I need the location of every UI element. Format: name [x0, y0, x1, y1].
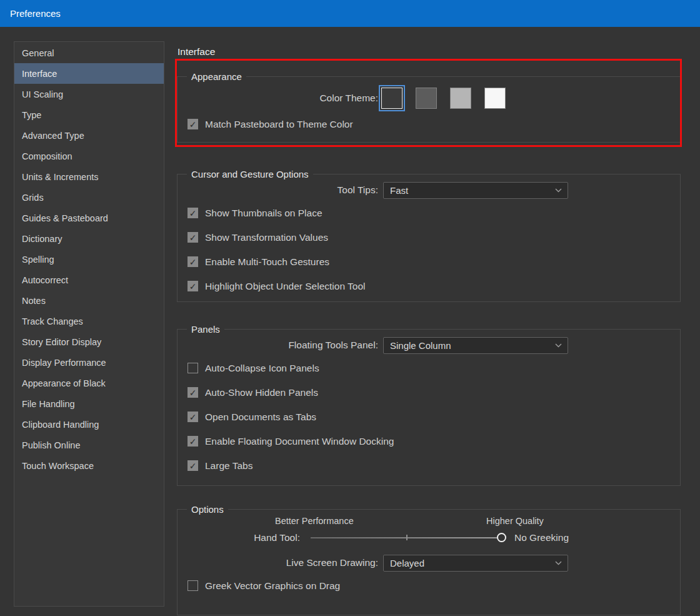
sidebar-item-spelling[interactable]: Spelling — [14, 249, 164, 270]
sidebar-item-display-performance[interactable]: Display Performance — [14, 352, 164, 373]
preferences-sidebar: General Interface UI Scaling Type Advanc… — [14, 41, 164, 607]
sidebar-item-notes[interactable]: Notes — [14, 290, 164, 311]
sidebar-item-ui-scaling[interactable]: UI Scaling — [14, 84, 164, 104]
page-title: Interface — [178, 46, 215, 58]
checkbox-greek-vector-graphics-on-drag[interactable]: Greek Vector Graphics on Drag — [188, 573, 680, 598]
sidebar-item-units-increments[interactable]: Units & Increments — [14, 166, 164, 187]
color-theme-row: Color Theme: — [178, 84, 680, 112]
color-theme-swatch-light[interactable] — [484, 88, 506, 109]
appearance-group: Appearance Color Theme: Match Pasteboard… — [177, 71, 681, 143]
tool-tips-row: Tool Tips: Fast — [178, 179, 680, 201]
checkbox-enable-multi-touch-gestures[interactable]: Enable Multi-Touch Gestures — [188, 250, 680, 274]
tool-tips-select[interactable]: Fast — [383, 182, 568, 199]
checkbox-label: Show Thumbnails on Place — [205, 208, 322, 219]
chevron-down-icon — [555, 343, 562, 348]
checkbox-box[interactable] — [188, 387, 198, 398]
appearance-group-title: Appearance — [187, 71, 246, 82]
floating-tools-panel-value: Single Column — [390, 340, 451, 351]
sidebar-item-guides-pasteboard[interactable]: Guides & Pasteboard — [14, 208, 164, 228]
sidebar-item-dictionary[interactable]: Dictionary — [14, 228, 164, 249]
checkbox-label: Greek Vector Graphics on Drag — [205, 580, 340, 592]
cursor-gesture-group-title: Cursor and Gesture Options — [187, 169, 313, 179]
sidebar-item-file-handling[interactable]: File Handling — [14, 393, 164, 414]
color-theme-swatch-dark[interactable] — [381, 88, 402, 109]
sidebar-item-interface[interactable]: Interface — [14, 63, 164, 84]
checkbox-match-pasteboard[interactable]: Match Pasteboard to Theme Color — [188, 112, 680, 136]
slider-center-tick — [406, 535, 408, 540]
live-screen-drawing-row: Live Screen Drawing: Delayed — [178, 552, 680, 573]
checkbox-box[interactable] — [188, 580, 198, 591]
tool-tips-label: Tool Tips: — [178, 184, 378, 196]
sidebar-item-composition[interactable]: Composition — [14, 146, 164, 166]
preferences-dialog: Preferences General Interface UI Scaling… — [0, 0, 700, 616]
live-screen-drawing-select[interactable]: Delayed — [383, 555, 568, 572]
sidebar-item-publish-online[interactable]: Publish Online — [14, 435, 164, 455]
hand-tool-value-label: No Greeking — [514, 532, 569, 543]
sidebar-item-track-changes[interactable]: Track Changes — [14, 311, 164, 331]
checkbox-label: Match Pasteboard to Theme Color — [205, 119, 353, 130]
checkbox-label: Enable Floating Document Window Docking — [205, 436, 394, 447]
floating-tools-panel-label: Floating Tools Panel: — [178, 340, 378, 351]
sidebar-item-story-editor-display[interactable]: Story Editor Display — [14, 331, 164, 352]
live-screen-drawing-label: Live Screen Drawing: — [178, 557, 378, 568]
floating-tools-panel-select[interactable]: Single Column — [383, 337, 568, 354]
color-theme-swatch-medium-dark[interactable] — [416, 88, 437, 109]
hand-tool-slider[interactable] — [311, 532, 502, 543]
chevron-down-icon — [555, 561, 562, 565]
sidebar-item-clipboard-handling[interactable]: Clipboard Handling — [14, 414, 164, 435]
panels-group: Panels Floating Tools Panel: Single Colu… — [177, 324, 681, 486]
sidebar-item-grids[interactable]: Grids — [14, 187, 164, 208]
better-performance-label: Better Performance — [275, 516, 354, 526]
options-group: Options Better Performance Higher Qualit… — [177, 504, 681, 615]
checkbox-label: Auto-Show Hidden Panels — [205, 387, 318, 398]
checkbox-large-tabs[interactable]: Large Tabs — [188, 453, 680, 478]
floating-tools-panel-row: Floating Tools Panel: Single Column — [178, 335, 680, 356]
checkbox-label: Open Documents as Tabs — [205, 412, 316, 423]
hand-tool-label: Hand Tool: — [178, 532, 300, 543]
checkbox-show-transformation-values[interactable]: Show Transformation Values — [188, 225, 680, 250]
performance-labels-row: Better Performance Higher Quality — [178, 516, 680, 528]
checkbox-box[interactable] — [188, 363, 198, 373]
slider-track — [311, 537, 497, 538]
checkbox-auto-collapse-icon-panels[interactable]: Auto-Collapse Icon Panels — [188, 356, 680, 380]
live-screen-drawing-value: Delayed — [390, 558, 424, 568]
checkbox-box[interactable] — [188, 208, 198, 218]
checkbox-label: Enable Multi-Touch Gestures — [205, 256, 329, 268]
checkbox-show-thumbnails-on-place[interactable]: Show Thumbnails on Place — [188, 201, 680, 225]
higher-quality-label: Higher Quality — [486, 516, 544, 526]
checkbox-label: Highlight Object Under Selection Tool — [205, 281, 365, 292]
checkbox-box[interactable] — [188, 412, 198, 422]
checkbox-box[interactable] — [188, 232, 198, 243]
tool-tips-value: Fast — [390, 185, 408, 196]
sidebar-item-touch-workspace[interactable]: Touch Workspace — [14, 455, 164, 476]
hand-tool-slider-handle[interactable] — [497, 533, 506, 542]
color-theme-swatch-medium-light[interactable] — [450, 88, 471, 109]
title-bar: Preferences — [0, 0, 700, 27]
chevron-down-icon — [555, 188, 562, 193]
checkbox-box[interactable] — [188, 281, 198, 291]
cursor-gesture-group: Cursor and Gesture Options Tool Tips: Fa… — [177, 169, 681, 302]
window-title: Preferences — [10, 8, 61, 19]
checkbox-label: Auto-Collapse Icon Panels — [205, 363, 319, 374]
checkbox-auto-show-hidden-panels[interactable]: Auto-Show Hidden Panels — [188, 380, 680, 405]
checkbox-label: Show Transformation Values — [205, 232, 328, 243]
checkbox-box[interactable] — [188, 119, 198, 129]
color-theme-swatches — [381, 88, 506, 109]
sidebar-item-appearance-of-black[interactable]: Appearance of Black — [14, 373, 164, 393]
options-group-title: Options — [187, 504, 228, 515]
sidebar-item-autocorrect[interactable]: Autocorrect — [14, 270, 164, 290]
checkbox-box[interactable] — [188, 436, 198, 447]
sidebar-item-general[interactable]: General — [14, 43, 164, 63]
checkbox-box[interactable] — [188, 256, 198, 267]
sidebar-item-advanced-type[interactable]: Advanced Type — [14, 125, 164, 146]
checkbox-highlight-object-under-selection-tool[interactable]: Highlight Object Under Selection Tool — [188, 274, 680, 298]
sidebar-item-type[interactable]: Type — [14, 104, 164, 125]
color-theme-label: Color Theme: — [178, 93, 378, 104]
checkbox-box[interactable] — [188, 460, 198, 471]
checkbox-label: Large Tabs — [205, 460, 252, 472]
checkbox-open-documents-as-tabs[interactable]: Open Documents as Tabs — [188, 405, 680, 429]
panels-group-title: Panels — [187, 324, 224, 335]
checkbox-enable-floating-document-window-docking[interactable]: Enable Floating Document Window Docking — [188, 429, 680, 453]
hand-tool-row: Hand Tool: No Greeking — [178, 528, 680, 547]
